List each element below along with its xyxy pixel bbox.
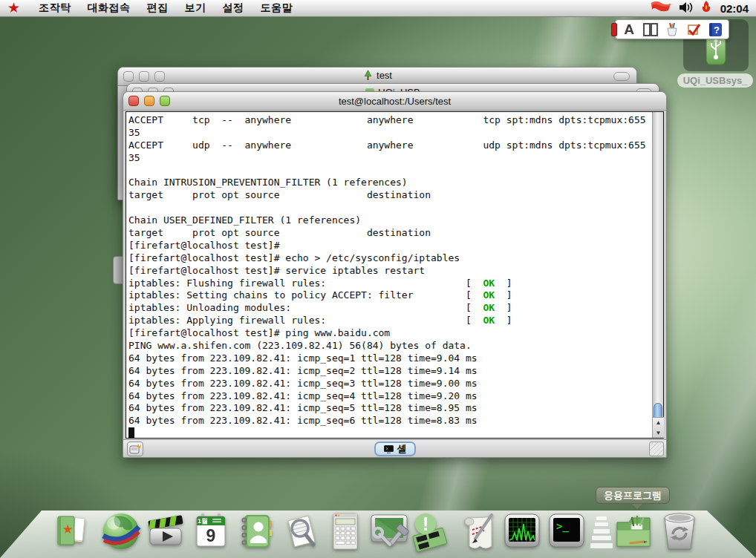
torch-icon[interactable] bbox=[701, 1, 711, 16]
svg-text:>_: >_ bbox=[556, 520, 569, 533]
widget-toolbar: A ? bbox=[615, 19, 729, 39]
dock-web-browser[interactable] bbox=[100, 511, 142, 552]
terminal-line: 35 bbox=[128, 152, 651, 165]
terminal-line: ACCEPT udp -- anywhere anywhere udp spt:… bbox=[128, 140, 651, 152]
dock-system-tools[interactable] bbox=[368, 511, 410, 552]
volume-icon[interactable] bbox=[679, 1, 694, 16]
terminal-line: 64 bytes from 223.109.82.41: icmp_seq=2 … bbox=[128, 365, 651, 378]
terminal-statusbar: 셸 bbox=[123, 439, 666, 457]
font-tool-icon[interactable]: A bbox=[621, 22, 637, 38]
terminal-line: Chain INTRUSION_PREVENTION_FILTER (1 ref… bbox=[128, 177, 651, 189]
menu-help[interactable]: 도움말 bbox=[252, 1, 302, 15]
dock-calendar[interactable]: 1월9 bbox=[190, 511, 232, 552]
split-columns-icon[interactable] bbox=[642, 22, 659, 38]
terminal-line bbox=[128, 427, 651, 438]
terminal-cursor bbox=[128, 427, 134, 438]
terminal-line: [firefart@localhost test]# ping www.baid… bbox=[128, 327, 651, 340]
dock-tooltip: 응용프로그램 bbox=[596, 487, 670, 504]
menu-session[interactable]: 대화접속 bbox=[79, 1, 139, 15]
scroll-down-arrow[interactable]: ▼ bbox=[653, 428, 664, 439]
terminal-line: Chain USER_DEFINED_FILTER (1 references) bbox=[128, 214, 651, 227]
terminal-line: 64 bytes from 223.109.82.41: icmp_seq=4 … bbox=[128, 390, 651, 403]
dock-system-monitor[interactable] bbox=[501, 511, 543, 552]
terminal-scrollbar[interactable]: ▲ ▼ bbox=[652, 112, 663, 438]
red-flag-icon[interactable] bbox=[651, 1, 671, 16]
panel-handle[interactable] bbox=[113, 256, 123, 284]
svg-text:1월: 1월 bbox=[198, 517, 208, 525]
pen-cup-icon[interactable] bbox=[664, 22, 680, 38]
terminal-title: test@localhost:/Users/test bbox=[123, 96, 666, 107]
svg-text:?: ? bbox=[714, 24, 720, 36]
clock: 02:04 bbox=[719, 2, 749, 15]
terminal-line bbox=[128, 165, 651, 177]
svg-text:★: ★ bbox=[62, 522, 73, 536]
svg-text:!: ! bbox=[423, 513, 429, 535]
usb-device-label[interactable]: UQi_USBsys_ bbox=[677, 73, 753, 88]
dock-divider bbox=[589, 513, 614, 551]
terminal-line: 64 bytes from 223.109.82.41: icmp_seq=5 … bbox=[128, 402, 651, 415]
red-handle[interactable] bbox=[611, 23, 617, 36]
terminal-viewport[interactable]: ACCEPT tcp -- anywhere anywhere tcp spt:… bbox=[126, 111, 664, 439]
dock-terminal[interactable]: >_ bbox=[546, 511, 587, 552]
dock-calculator[interactable] bbox=[325, 511, 366, 552]
svg-text:9: 9 bbox=[206, 526, 216, 545]
shell-tab-label: 셸 bbox=[397, 442, 407, 456]
terminal-titlebar[interactable]: test@localhost:/Users/test bbox=[123, 92, 666, 111]
shell-monitor-icon bbox=[383, 444, 394, 454]
dock-applications-folder[interactable] bbox=[613, 511, 654, 552]
shell-tab-button[interactable]: 셸 bbox=[374, 442, 416, 456]
dock-address-book[interactable] bbox=[235, 511, 277, 552]
dock-problem-reporter[interactable]: ! bbox=[410, 511, 452, 552]
scroll-up-arrow[interactable]: ▲ bbox=[653, 418, 664, 428]
terminal-line: 64 bytes from 223.109.82.41: icmp_seq=3 … bbox=[128, 378, 651, 390]
terminal-line: [firefart@localhost test]# echo > /etc/s… bbox=[128, 252, 651, 265]
dock-media-player[interactable] bbox=[145, 511, 186, 552]
terminal-line: iptables: Unloading modules: [ OK ] bbox=[128, 302, 651, 315]
terminal-line: [firefart@localhost test]# service iptab… bbox=[128, 265, 651, 278]
red-star-logo[interactable]: ★ bbox=[0, 1, 30, 16]
dock-file-manager[interactable]: ★ bbox=[49, 511, 91, 552]
terminal-line bbox=[128, 202, 651, 214]
dock-trash[interactable] bbox=[657, 509, 702, 554]
menu-settings[interactable]: 설정 bbox=[215, 1, 252, 15]
terminal-line: iptables: Setting chains to policy ACCEP… bbox=[128, 289, 651, 302]
collapse-button[interactable] bbox=[613, 72, 630, 81]
terminal-line: iptables: Applying firewall rules: [ OK … bbox=[128, 315, 651, 327]
menu-bar: ★ 조작탁 대화접속 편집 보기 설정 도움말 02:04 bbox=[0, 0, 756, 17]
dock-document-search[interactable] bbox=[281, 511, 322, 552]
terminal-line: iptables: Flushing firewall rules: [ OK … bbox=[128, 278, 651, 290]
menu-edit[interactable]: 편집 bbox=[139, 1, 177, 15]
window-title: test bbox=[377, 70, 392, 81]
terminal-output: ACCEPT tcp -- anywhere anywhere tcp spt:… bbox=[128, 114, 651, 438]
menu-desktop[interactable]: 조작탁 bbox=[30, 1, 79, 15]
terminal-line: 64 bytes from 223.109.82.41: icmp_seq=6 … bbox=[128, 415, 651, 427]
new-session-button[interactable] bbox=[127, 442, 143, 456]
terminal-line: [firefart@localhost test]# bbox=[128, 240, 651, 252]
terminal-window[interactable]: test@localhost:/Users/test ACCEPT tcp --… bbox=[123, 91, 667, 458]
check-mark-icon[interactable] bbox=[685, 22, 702, 38]
terminal-line: 64 bytes from 223.109.82.41: icmp_seq=1 … bbox=[128, 352, 651, 365]
home-tree-icon bbox=[362, 70, 374, 81]
terminal-line: 35 bbox=[128, 127, 651, 140]
dock-script-editor[interactable] bbox=[459, 511, 501, 552]
resize-grip[interactable] bbox=[649, 442, 664, 456]
terminal-line: target prot opt source destination bbox=[128, 189, 651, 202]
terminal-line: PING www.a.shifen.com (223.109.82.41) 56… bbox=[128, 340, 651, 352]
help-book-icon[interactable]: ? bbox=[707, 22, 723, 38]
terminal-line: ACCEPT tcp -- anywhere anywhere tcp spt:… bbox=[128, 114, 651, 127]
desktop: ★ 조작탁 대화접속 편집 보기 설정 도움말 02:04 A bbox=[0, 0, 756, 558]
terminal-line: target prot opt source destination bbox=[128, 227, 651, 240]
menu-view[interactable]: 보기 bbox=[177, 1, 215, 15]
